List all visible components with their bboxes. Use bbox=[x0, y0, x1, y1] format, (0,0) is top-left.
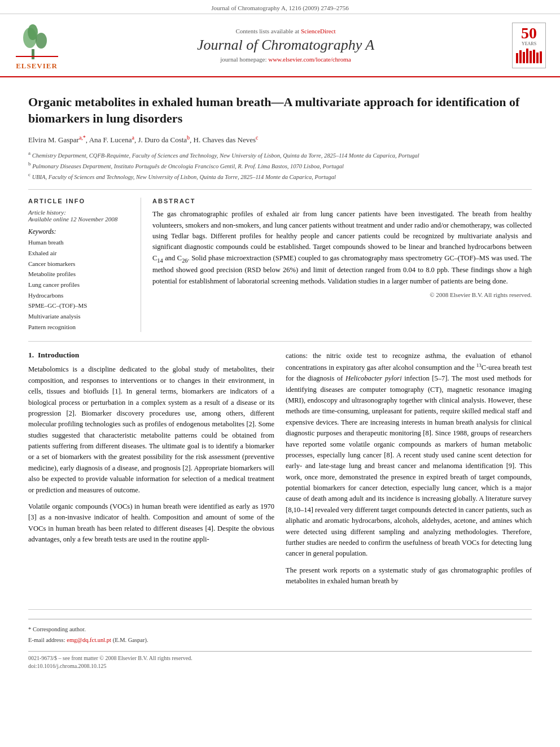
body-paragraph-3: cations: the nitric oxide test to recogn… bbox=[286, 351, 532, 559]
corresponding-author-note: * Corresponding author. bbox=[28, 626, 532, 632]
keywords-label: Keywords: bbox=[28, 228, 133, 235]
affiliations: a Chemistry Department, CQFB-Requimte, F… bbox=[28, 150, 532, 182]
journal-homepage: journal homepage: www.elsevier.com/locat… bbox=[62, 56, 509, 63]
journal-banner: ELSEVIER Contents lists available at Sci… bbox=[0, 14, 560, 77]
journal-title-area: Contents lists available at ScienceDirec… bbox=[62, 28, 509, 63]
left-body-col: 1. Introduction Metabolomics is a discip… bbox=[28, 351, 274, 592]
authors-line: Elvira M. Gaspara,*, Ana F. Lucenaa, J. … bbox=[28, 134, 532, 145]
elsevier-logo: ELSEVIER bbox=[11, 20, 62, 71]
issn-line: 0021-9673/$ – see front matter © 2008 El… bbox=[28, 655, 532, 661]
keywords-list: Human breath Exhaled air Cancer biomarke… bbox=[28, 237, 133, 332]
right-body-col: cations: the nitric oxide test to recogn… bbox=[286, 351, 532, 592]
svg-rect-9 bbox=[530, 51, 532, 63]
body-paragraph: Metabolomics is a discipline dedicated t… bbox=[28, 364, 274, 496]
article-history: Article history: Available online 12 Nov… bbox=[28, 209, 133, 222]
list-item: Lung cancer profiles bbox=[28, 279, 133, 290]
body-section: 1. Introduction Metabolomics is a discip… bbox=[28, 351, 532, 592]
anniversary-logo: 50 YEARS bbox=[509, 23, 549, 68]
list-item: Multivariate analysis bbox=[28, 311, 133, 322]
keywords-section: Keywords: Human breath Exhaled air Cance… bbox=[28, 228, 133, 332]
list-item: Exhaled air bbox=[28, 248, 133, 259]
sciencedirect-anchor[interactable]: ScienceDirect bbox=[301, 28, 336, 34]
list-item: Pattern recognition bbox=[28, 322, 133, 333]
article-info-column: ARTICLE INFO Article history: Available … bbox=[28, 198, 141, 332]
page-footer: * Corresponding author. E-mail address: … bbox=[28, 619, 532, 669]
list-item: Metabolite profiles bbox=[28, 269, 133, 279]
section-heading-intro: 1. Introduction bbox=[28, 351, 274, 360]
svg-rect-7 bbox=[523, 52, 525, 63]
abstract-label: ABSTRACT bbox=[152, 198, 532, 204]
svg-rect-10 bbox=[533, 50, 535, 63]
article-info-label: ARTICLE INFO bbox=[28, 198, 133, 204]
elsevier-text: ELSEVIER bbox=[11, 62, 62, 71]
body-paragraph-2: Volatile organic compounds (VOCs) in hum… bbox=[28, 501, 274, 545]
svg-rect-5 bbox=[516, 53, 518, 63]
abstract-text: The gas chromatographic profiles of exha… bbox=[152, 209, 532, 287]
list-item: Hydrocarbons bbox=[28, 290, 133, 301]
abstract-column: ABSTRACT The gas chromatographic profile… bbox=[152, 198, 532, 332]
main-content: Organic metabolites in exhaled human bre… bbox=[0, 77, 560, 682]
journal-name: Journal of Chromatography A bbox=[62, 37, 509, 54]
email-note: E-mail address: emg@dq.fct.unl.pt (E.M. … bbox=[28, 637, 532, 643]
svg-rect-4 bbox=[16, 56, 58, 57]
svg-point-3 bbox=[28, 24, 38, 40]
list-item: Cancer biomarkers bbox=[28, 259, 133, 269]
list-item: Human breath bbox=[28, 237, 133, 248]
article-title: Organic metabolites in exhaled human bre… bbox=[28, 94, 532, 126]
svg-rect-8 bbox=[526, 49, 528, 63]
section-divider bbox=[28, 341, 532, 342]
body-paragraph-4: The present work reports on a systematic… bbox=[286, 565, 532, 587]
footer-divider bbox=[28, 609, 532, 610]
article-info-abstract: ARTICLE INFO Article history: Available … bbox=[28, 189, 532, 332]
email-link[interactable]: emg@dq.fct.unl.pt bbox=[67, 637, 111, 643]
copyright-notice: © 2008 Elsevier B.V. All rights reserved… bbox=[152, 291, 532, 298]
doi-line: doi:10.1016/j.chroma.2008.10.125 bbox=[28, 663, 532, 669]
sciencedirect-link: Contents lists available at ScienceDirec… bbox=[62, 28, 509, 34]
journal-reference: Journal of Chromatography A, 1216 (2009)… bbox=[0, 0, 560, 14]
homepage-link[interactable]: www.elsevier.com/locate/chroma bbox=[268, 56, 351, 63]
svg-rect-11 bbox=[536, 53, 539, 63]
svg-rect-0 bbox=[32, 49, 34, 59]
list-item: SPME–GC–(TOF)–MS bbox=[28, 300, 133, 311]
svg-rect-12 bbox=[540, 51, 542, 63]
svg-rect-6 bbox=[519, 50, 522, 63]
